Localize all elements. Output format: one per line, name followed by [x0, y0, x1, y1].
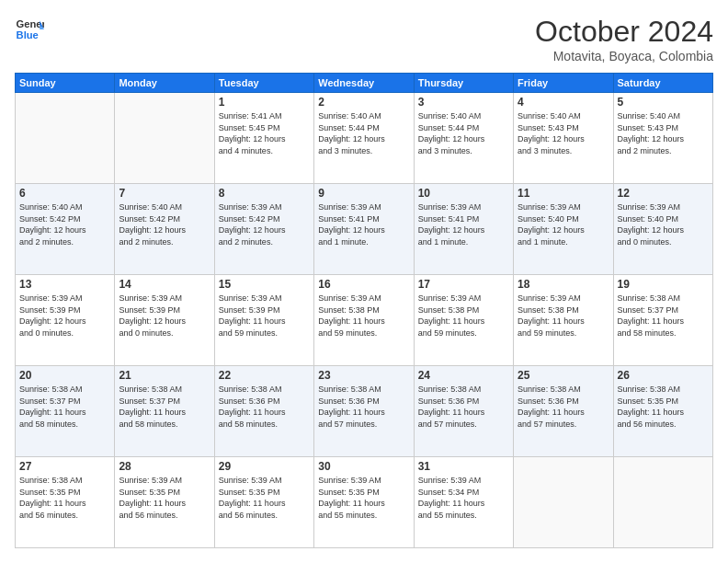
- day-number: 7: [119, 187, 210, 200]
- day-info: Sunrise: 5:39 AM Sunset: 5:38 PM Dayligh…: [518, 293, 609, 339]
- col-saturday: Saturday: [613, 74, 712, 93]
- calendar-cell: [16, 93, 115, 184]
- day-info: Sunrise: 5:39 AM Sunset: 5:39 PM Dayligh…: [119, 293, 210, 339]
- calendar-cell: 6Sunrise: 5:40 AM Sunset: 5:42 PM Daylig…: [16, 184, 115, 275]
- calendar-cell: 16Sunrise: 5:39 AM Sunset: 5:38 PM Dayli…: [314, 275, 414, 366]
- day-info: Sunrise: 5:39 AM Sunset: 5:35 PM Dayligh…: [119, 475, 210, 521]
- title-block: October 2024 Motavita, Boyaca, Colombia: [535, 15, 713, 63]
- day-info: Sunrise: 5:38 AM Sunset: 5:36 PM Dayligh…: [318, 384, 409, 430]
- day-info: Sunrise: 5:39 AM Sunset: 5:38 PM Dayligh…: [318, 293, 409, 339]
- calendar-cell: [514, 457, 613, 548]
- day-info: Sunrise: 5:40 AM Sunset: 5:43 PM Dayligh…: [518, 110, 609, 156]
- calendar-cell: 14Sunrise: 5:39 AM Sunset: 5:39 PM Dayli…: [115, 275, 214, 366]
- calendar-cell: 3Sunrise: 5:40 AM Sunset: 5:44 PM Daylig…: [414, 93, 513, 184]
- col-friday: Friday: [514, 74, 613, 93]
- svg-text:Blue: Blue: [17, 29, 39, 40]
- day-number: 3: [418, 96, 509, 109]
- day-number: 11: [518, 187, 609, 200]
- calendar-cell: 21Sunrise: 5:38 AM Sunset: 5:37 PM Dayli…: [115, 366, 214, 457]
- day-info: Sunrise: 5:38 AM Sunset: 5:35 PM Dayligh…: [19, 475, 110, 521]
- day-number: 12: [618, 187, 709, 200]
- day-info: Sunrise: 5:40 AM Sunset: 5:44 PM Dayligh…: [318, 110, 409, 156]
- calendar-cell: 27Sunrise: 5:38 AM Sunset: 5:35 PM Dayli…: [16, 457, 115, 548]
- day-info: Sunrise: 5:40 AM Sunset: 5:44 PM Dayligh…: [418, 110, 509, 156]
- day-number: 5: [618, 96, 709, 109]
- day-number: 31: [418, 460, 509, 473]
- calendar-cell: 9Sunrise: 5:39 AM Sunset: 5:41 PM Daylig…: [314, 184, 414, 275]
- day-number: 14: [119, 278, 210, 291]
- calendar-cell: 25Sunrise: 5:38 AM Sunset: 5:36 PM Dayli…: [514, 366, 613, 457]
- day-info: Sunrise: 5:39 AM Sunset: 5:39 PM Dayligh…: [19, 293, 110, 339]
- day-number: 4: [518, 96, 609, 109]
- col-sunday: Sunday: [16, 74, 115, 93]
- day-number: 28: [119, 460, 210, 473]
- calendar-cell: 26Sunrise: 5:38 AM Sunset: 5:35 PM Dayli…: [613, 366, 712, 457]
- day-info: Sunrise: 5:40 AM Sunset: 5:42 PM Dayligh…: [119, 201, 210, 247]
- calendar-cell: 28Sunrise: 5:39 AM Sunset: 5:35 PM Dayli…: [115, 457, 214, 548]
- day-info: Sunrise: 5:39 AM Sunset: 5:42 PM Dayligh…: [219, 201, 310, 247]
- day-info: Sunrise: 5:41 AM Sunset: 5:45 PM Dayligh…: [219, 110, 310, 156]
- day-info: Sunrise: 5:38 AM Sunset: 5:35 PM Dayligh…: [618, 384, 709, 430]
- day-info: Sunrise: 5:38 AM Sunset: 5:36 PM Dayligh…: [219, 384, 310, 430]
- month-title: October 2024: [535, 15, 713, 49]
- calendar-cell: 12Sunrise: 5:39 AM Sunset: 5:40 PM Dayli…: [613, 184, 712, 275]
- calendar-cell: 7Sunrise: 5:40 AM Sunset: 5:42 PM Daylig…: [115, 184, 214, 275]
- day-number: 24: [418, 369, 509, 382]
- header: General Blue October 2024 Motavita, Boya…: [15, 15, 713, 63]
- day-number: 16: [318, 278, 409, 291]
- calendar-week-5: 27Sunrise: 5:38 AM Sunset: 5:35 PM Dayli…: [16, 457, 713, 548]
- page: General Blue October 2024 Motavita, Boya…: [0, 0, 728, 563]
- day-info: Sunrise: 5:39 AM Sunset: 5:38 PM Dayligh…: [418, 293, 509, 339]
- day-number: 29: [219, 460, 310, 473]
- day-info: Sunrise: 5:38 AM Sunset: 5:36 PM Dayligh…: [518, 384, 609, 430]
- day-number: 10: [418, 187, 509, 200]
- calendar-week-3: 13Sunrise: 5:39 AM Sunset: 5:39 PM Dayli…: [16, 275, 713, 366]
- day-number: 20: [19, 369, 110, 382]
- day-number: 21: [119, 369, 210, 382]
- day-info: Sunrise: 5:39 AM Sunset: 5:39 PM Dayligh…: [219, 293, 310, 339]
- day-info: Sunrise: 5:38 AM Sunset: 5:37 PM Dayligh…: [19, 384, 110, 430]
- calendar-cell: 24Sunrise: 5:38 AM Sunset: 5:36 PM Dayli…: [414, 366, 513, 457]
- day-number: 26: [618, 369, 709, 382]
- day-number: 6: [19, 187, 110, 200]
- day-number: 9: [318, 187, 409, 200]
- calendar-cell: 11Sunrise: 5:39 AM Sunset: 5:40 PM Dayli…: [514, 184, 613, 275]
- calendar-cell: 31Sunrise: 5:39 AM Sunset: 5:34 PM Dayli…: [414, 457, 513, 548]
- day-info: Sunrise: 5:38 AM Sunset: 5:37 PM Dayligh…: [119, 384, 210, 430]
- day-number: 17: [418, 278, 509, 291]
- day-number: 8: [219, 187, 310, 200]
- col-thursday: Thursday: [414, 74, 513, 93]
- day-number: 18: [518, 278, 609, 291]
- day-number: 1: [219, 96, 310, 109]
- calendar-cell: 22Sunrise: 5:38 AM Sunset: 5:36 PM Dayli…: [214, 366, 313, 457]
- calendar-table: Sunday Monday Tuesday Wednesday Thursday…: [15, 73, 713, 548]
- col-tuesday: Tuesday: [214, 74, 313, 93]
- day-number: 25: [518, 369, 609, 382]
- calendar-week-2: 6Sunrise: 5:40 AM Sunset: 5:42 PM Daylig…: [16, 184, 713, 275]
- calendar-cell: 1Sunrise: 5:41 AM Sunset: 5:45 PM Daylig…: [214, 93, 313, 184]
- day-info: Sunrise: 5:40 AM Sunset: 5:43 PM Dayligh…: [618, 110, 709, 156]
- day-info: Sunrise: 5:39 AM Sunset: 5:34 PM Dayligh…: [418, 475, 509, 521]
- calendar-cell: [613, 457, 712, 548]
- logo-icon: General Blue: [15, 15, 44, 44]
- day-number: 23: [318, 369, 409, 382]
- day-info: Sunrise: 5:40 AM Sunset: 5:42 PM Dayligh…: [19, 201, 110, 247]
- day-number: 30: [318, 460, 409, 473]
- calendar-week-1: 1Sunrise: 5:41 AM Sunset: 5:45 PM Daylig…: [16, 93, 713, 184]
- calendar-cell: 8Sunrise: 5:39 AM Sunset: 5:42 PM Daylig…: [214, 184, 313, 275]
- day-number: 22: [219, 369, 310, 382]
- calendar-cell: 17Sunrise: 5:39 AM Sunset: 5:38 PM Dayli…: [414, 275, 513, 366]
- calendar-cell: 10Sunrise: 5:39 AM Sunset: 5:41 PM Dayli…: [414, 184, 513, 275]
- calendar-cell: [115, 93, 214, 184]
- day-info: Sunrise: 5:39 AM Sunset: 5:35 PM Dayligh…: [219, 475, 310, 521]
- calendar-cell: 23Sunrise: 5:38 AM Sunset: 5:36 PM Dayli…: [314, 366, 414, 457]
- day-info: Sunrise: 5:38 AM Sunset: 5:37 PM Dayligh…: [618, 293, 709, 339]
- day-info: Sunrise: 5:39 AM Sunset: 5:40 PM Dayligh…: [618, 201, 709, 247]
- calendar-cell: 30Sunrise: 5:39 AM Sunset: 5:35 PM Dayli…: [314, 457, 414, 548]
- calendar-cell: 19Sunrise: 5:38 AM Sunset: 5:37 PM Dayli…: [613, 275, 712, 366]
- calendar-cell: 13Sunrise: 5:39 AM Sunset: 5:39 PM Dayli…: [16, 275, 115, 366]
- calendar-cell: 15Sunrise: 5:39 AM Sunset: 5:39 PM Dayli…: [214, 275, 313, 366]
- header-row: Sunday Monday Tuesday Wednesday Thursday…: [16, 74, 713, 93]
- col-wednesday: Wednesday: [314, 74, 414, 93]
- calendar-cell: 29Sunrise: 5:39 AM Sunset: 5:35 PM Dayli…: [214, 457, 313, 548]
